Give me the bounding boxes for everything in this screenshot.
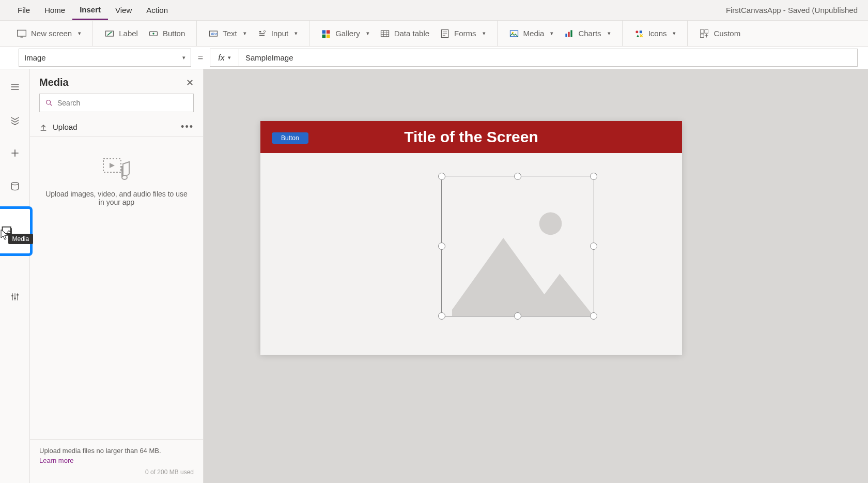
tools-button[interactable]	[5, 286, 25, 307]
property-name: Image	[24, 53, 46, 62]
insert-button[interactable]	[5, 143, 25, 163]
forms-button[interactable]: Forms ▾	[435, 25, 491, 42]
property-select[interactable]: Image ▾	[19, 49, 191, 67]
button-icon	[148, 28, 159, 39]
formula-input[interactable]: SampleImage	[239, 49, 858, 67]
chart-icon	[564, 28, 574, 39]
svg-text:Abc: Abc	[211, 32, 218, 36]
chevron-down-icon: ▾	[483, 30, 486, 37]
storage-usage: 0 of 200 MB used	[39, 469, 194, 476]
resize-handle[interactable]	[590, 243, 597, 250]
close-panel-button[interactable]: ✕	[186, 77, 194, 88]
more-button[interactable]: •••	[181, 122, 194, 132]
svg-rect-8	[322, 30, 326, 34]
ribbon-label: Button	[163, 29, 185, 38]
canvas-button[interactable]: Button	[272, 132, 308, 144]
left-rail: Media	[0, 69, 30, 483]
media-button[interactable]: Media ▾	[504, 25, 559, 42]
ribbon-label: Media	[523, 29, 545, 38]
menu-home[interactable]: Home	[37, 0, 72, 20]
ribbon-label: Icons	[648, 29, 667, 38]
svg-point-4	[152, 33, 154, 34]
gallery-icon	[321, 28, 331, 39]
charts-button[interactable]: Charts ▾	[559, 25, 615, 42]
svg-rect-21	[701, 29, 704, 33]
upload-button[interactable]: Upload	[39, 123, 78, 131]
icons-icon	[634, 28, 644, 39]
svg-rect-11	[327, 34, 330, 38]
resize-handle[interactable]	[438, 312, 445, 320]
input-icon	[257, 28, 267, 39]
svg-marker-31	[110, 163, 115, 168]
input-button[interactable]: Input ▾	[252, 25, 303, 42]
ribbon: New screen ▾ Label Button Abc Text ▾	[0, 21, 868, 47]
text-button[interactable]: Abc Text ▾	[203, 25, 252, 42]
app-title: FirstCanvasApp - Saved (Unpublished	[726, 6, 858, 14]
custom-button[interactable]: Custom	[694, 25, 746, 42]
svg-point-19	[636, 31, 638, 33]
svg-rect-23	[701, 34, 704, 37]
svg-rect-20	[639, 31, 642, 33]
hamburger-button[interactable]	[5, 77, 25, 97]
svg-point-29	[47, 100, 51, 104]
upload-icon	[39, 123, 48, 131]
media-empty-icon	[102, 158, 131, 180]
resize-handle[interactable]	[514, 173, 521, 180]
screen-title: Title of the Screen	[404, 128, 538, 146]
media-tooltip: Media	[8, 234, 34, 244]
resize-handle[interactable]	[590, 173, 597, 180]
chevron-down-icon: ▾	[228, 54, 231, 61]
ribbon-label: Forms	[454, 29, 476, 38]
upload-label: Upload	[53, 123, 78, 131]
empty-message: Upload images, video, and audio files to…	[45, 190, 188, 206]
image-control[interactable]	[441, 176, 594, 316]
tree-view-button[interactable]	[5, 110, 25, 130]
data-table-button[interactable]: Data table	[375, 25, 435, 42]
chevron-down-icon: ▾	[78, 30, 81, 37]
ribbon-label: Label	[119, 29, 138, 38]
menu-insert[interactable]: Insert	[72, 0, 108, 20]
search-input[interactable]	[57, 99, 188, 107]
chevron-down-icon: ▾	[366, 30, 369, 37]
gallery-button[interactable]: Gallery ▾	[316, 25, 375, 42]
canvas-area[interactable]: Button Title of the Screen	[204, 69, 868, 483]
icons-button[interactable]: Icons ▾	[629, 25, 681, 42]
app-screen[interactable]: Button Title of the Screen	[260, 121, 682, 355]
learn-more-link[interactable]: Learn more	[39, 457, 73, 464]
resize-handle[interactable]	[590, 312, 597, 320]
custom-icon	[699, 28, 709, 39]
panel-footer: Upload media files no larger than 64 MB.…	[30, 439, 203, 483]
search-box[interactable]	[39, 94, 194, 112]
menu-bar: File Home Insert View Action FirstCanvas…	[0, 0, 868, 21]
new-screen-button[interactable]: New screen ▾	[11, 25, 86, 42]
ribbon-label: Input	[271, 29, 288, 38]
ribbon-label: Data table	[394, 29, 429, 38]
chevron-down-icon: ▾	[182, 54, 185, 61]
menu-view[interactable]: View	[108, 0, 139, 20]
panel-title: Media	[39, 77, 69, 88]
resize-handle[interactable]	[514, 312, 521, 320]
formula-bar: Image ▾ = fx ▾ SampleImage	[0, 47, 868, 69]
search-icon	[45, 99, 53, 107]
svg-rect-25	[2, 227, 10, 234]
svg-rect-1	[21, 36, 23, 37]
media-icon	[509, 28, 519, 39]
placeholder-image-icon	[442, 176, 594, 316]
resize-handle[interactable]	[438, 243, 445, 250]
svg-point-33	[539, 212, 562, 235]
menu-file[interactable]: File	[10, 0, 37, 20]
data-button[interactable]	[5, 176, 25, 197]
svg-rect-22	[705, 29, 708, 33]
button-button[interactable]: Button	[143, 25, 190, 42]
ribbon-label: Custom	[714, 29, 740, 38]
label-button[interactable]: Label	[99, 25, 143, 42]
text-icon: Abc	[208, 28, 219, 39]
menu-action[interactable]: Action	[139, 0, 175, 20]
fx-button[interactable]: fx ▾	[210, 49, 239, 67]
svg-rect-9	[327, 30, 330, 34]
media-rail-button[interactable]: Media	[0, 209, 30, 253]
svg-rect-28	[17, 294, 18, 296]
screen-icon	[17, 28, 27, 39]
chevron-down-icon: ▾	[673, 30, 676, 37]
resize-handle[interactable]	[438, 173, 445, 180]
